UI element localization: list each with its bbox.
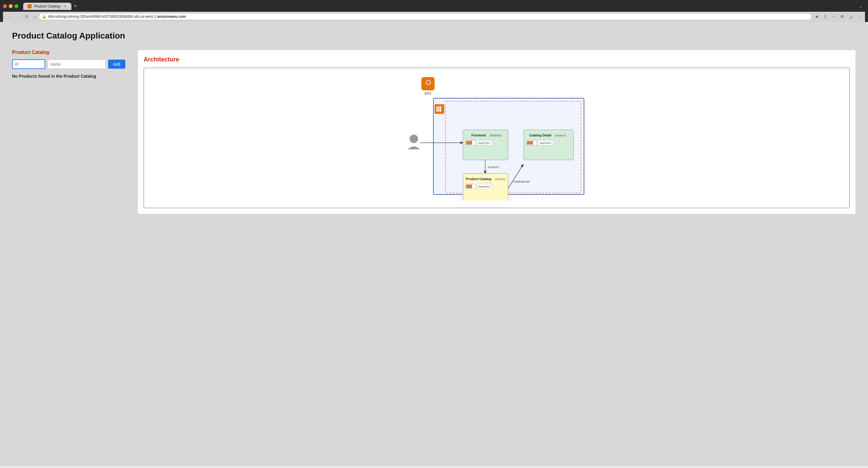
section-title: Product Catalog [12, 50, 125, 55]
catalog-stripe-4 [470, 185, 471, 188]
shield-icon[interactable]: ◿ [847, 13, 854, 20]
user-body [408, 146, 420, 149]
menu-icon[interactable]: ⋮ [855, 13, 863, 20]
url-domain: amazonaws.com [157, 14, 186, 19]
user-head [410, 135, 418, 143]
browser-titlebar: Product Catalog ✕ + ⌄ [3, 2, 865, 10]
detail-label: Catalog Detail [529, 133, 551, 137]
frontend-app-label: Application [478, 142, 490, 144]
main-layout: Product Catalog Add No Products found in… [12, 50, 856, 214]
frontend-tech: (NodeJs) [489, 134, 502, 137]
architecture-container: Architecture ⬡ EKS [137, 50, 856, 214]
catalog-app-label: Application [478, 185, 490, 188]
products-path-label: /products [488, 166, 499, 169]
frontend-label: Frontend [471, 133, 486, 137]
detail-stripe-2 [528, 141, 529, 145]
tab-close-icon[interactable]: ✕ [63, 4, 67, 8]
catalog-detail-path-label: /catalogDetail [513, 180, 530, 183]
new-tab-button[interactable]: + [71, 2, 80, 10]
catalog-stripe-5 [471, 185, 472, 188]
frontend-stripe-4 [470, 141, 471, 145]
catalog-label: Product Catalog [466, 177, 491, 181]
tab-title: Product Catalog [34, 4, 61, 8]
url-prefix: k8s-istioing-istioing-285a4e9588-0d37585… [48, 14, 157, 19]
traffic-lights [3, 4, 19, 8]
eks-icon-symbol: ⬡ [425, 79, 430, 86]
detail-app-label: Application [539, 142, 551, 144]
architecture-svg: ⬡ EKS [149, 74, 844, 200]
page-title: Product Catalog Application [12, 31, 856, 41]
no-products-message: No Products found in the Product Catalog [12, 74, 125, 79]
catalog-stripe-2 [467, 185, 468, 188]
bookmark-icon[interactable]: ★ [813, 13, 820, 20]
add-form: Add [12, 59, 125, 69]
extensions-icon[interactable]: ⚙ [838, 13, 846, 20]
back-button[interactable]: ← [5, 13, 13, 20]
id-input[interactable] [12, 59, 45, 69]
catalog-stripe-1 [466, 185, 467, 188]
detail-stripe-3 [529, 141, 530, 145]
tab-favicon [27, 4, 32, 8]
architecture-title: Architecture [144, 56, 849, 63]
detail-tech: (NodeJs) [555, 134, 566, 137]
name-input[interactable] [48, 60, 106, 69]
frontend-stripe-1 [466, 141, 467, 145]
detail-stripe-4 [531, 141, 532, 145]
browser-tabs: Product Catalog ✕ + ⌄ [23, 2, 865, 10]
url-text: k8s-istioing-istioing-285a4e9588-0d37585… [48, 14, 808, 19]
active-tab[interactable]: Product Catalog ✕ [23, 3, 71, 10]
minimize-button[interactable] [9, 4, 13, 8]
collapse-button[interactable]: ⌄ [857, 3, 865, 10]
catalog-tech: (Python) [495, 178, 505, 181]
download-icon[interactable]: ⇩ [822, 13, 829, 20]
detail-stripe-5 [532, 141, 533, 145]
toolbar-icons: ★ ⇩ ~ ⚙ ◿ ⋮ [813, 13, 863, 20]
amazon-icon[interactable]: ~ [830, 13, 837, 20]
add-button[interactable]: Add [108, 60, 125, 69]
home-button[interactable]: ⌂ [32, 13, 37, 20]
architecture-diagram: ⬡ EKS [144, 68, 849, 208]
close-button[interactable] [3, 4, 7, 8]
frontend-stripe-2 [467, 141, 468, 145]
eks-label: EKS [425, 92, 431, 95]
address-bar[interactable]: 🔒 k8s-istioing-istioing-285a4e9588-0d375… [39, 13, 811, 20]
istio-stripe-2 [438, 106, 439, 112]
detail-stripe-1 [527, 141, 528, 145]
right-panel: Architecture ⬡ EKS [137, 50, 856, 214]
browser-chrome: Product Catalog ✕ + ⌄ ← → ↻ ⌂ 🔒 k8s-isti… [0, 0, 868, 22]
fullscreen-button[interactable] [14, 4, 19, 8]
frontend-stripe-3 [469, 141, 469, 145]
catalog-stripe-3 [469, 185, 469, 188]
page-content: Product Catalog Application Product Cata… [0, 22, 868, 466]
istio-stripe-3 [440, 106, 441, 112]
frontend-stripe-5 [471, 141, 472, 145]
browser-addressbar: ← → ↻ ⌂ 🔒 k8s-istioing-istioing-285a4e95… [3, 12, 865, 22]
reload-button[interactable]: ↻ [24, 13, 30, 20]
istio-stripe-1 [436, 106, 438, 112]
left-panel: Product Catalog Add No Products found in… [12, 50, 125, 79]
forward-button[interactable]: → [14, 13, 22, 20]
lock-icon: 🔒 [42, 15, 46, 19]
